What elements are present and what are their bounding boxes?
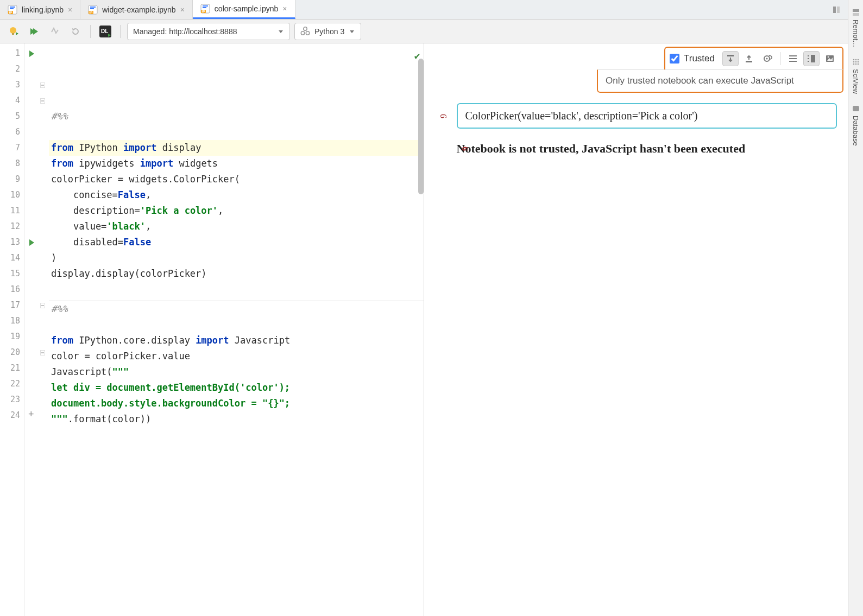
intention-bulb-icon[interactable] bbox=[5, 24, 22, 39]
svg-rect-15 bbox=[833, 7, 836, 13]
run-cell-above-icon[interactable] bbox=[741, 51, 757, 66]
run-cell-icon[interactable] bbox=[29, 50, 34, 57]
code-line[interactable]: document.body.style.backgroundColor = "{… bbox=[49, 396, 424, 411]
code-line[interactable] bbox=[49, 474, 424, 490]
gutter-mark bbox=[25, 376, 49, 392]
tab-widget-example[interactable]: IP widget-example.ipynb × bbox=[80, 0, 193, 19]
run-cell-icon[interactable] bbox=[29, 239, 34, 246]
svg-rect-48 bbox=[811, 55, 815, 62]
code-line[interactable]: description='Pick a color', bbox=[49, 203, 424, 219]
fold-icon[interactable] bbox=[40, 82, 45, 87]
gutter-line: 12 bbox=[0, 219, 24, 234]
view-image-icon[interactable] bbox=[822, 51, 838, 66]
code-line[interactable]: colorPicker = widgets.ColorPicker( bbox=[49, 172, 424, 187]
kernel-dropdown-label: Python 3 bbox=[314, 27, 344, 36]
editor-tabs: IP linking.ipynb × IP widget-example.ipy… bbox=[0, 0, 848, 20]
code-line[interactable]: #%% bbox=[49, 109, 424, 124]
gutter-mark bbox=[25, 329, 49, 345]
tab-linking[interactable]: IP linking.ipynb × bbox=[0, 0, 80, 19]
toolwindow-remote[interactable]: Remot… bbox=[851, 4, 861, 52]
svg-point-61 bbox=[853, 61, 854, 63]
gutter-line: 22 bbox=[0, 376, 24, 392]
code-line[interactable]: disabled=False bbox=[49, 234, 424, 250]
refresh-preview-icon[interactable] bbox=[759, 51, 776, 66]
code-line[interactable] bbox=[49, 459, 424, 474]
code-line[interactable]: color = colorPicker.value bbox=[49, 348, 424, 364]
svg-point-60 bbox=[853, 59, 854, 61]
code-line[interactable]: let div = document.getElementById('color… bbox=[49, 380, 424, 396]
notebook-toolbar: DL Managed: http://localhost:8888 Python… bbox=[0, 20, 848, 43]
code-line[interactable] bbox=[49, 443, 424, 459]
gutter-line: 8 bbox=[0, 156, 24, 172]
svg-rect-4 bbox=[10, 8, 14, 9]
gutter-mark bbox=[25, 250, 49, 266]
gutter-line: 20 bbox=[0, 345, 24, 360]
code-line[interactable] bbox=[49, 427, 424, 443]
svg-rect-8 bbox=[90, 7, 96, 8]
gutter-mark bbox=[25, 140, 49, 156]
server-dropdown[interactable]: Managed: http://localhost:8888 bbox=[127, 23, 290, 40]
trust-warning: 9 Notebook is not trusted, JavaScript ha… bbox=[457, 142, 837, 156]
svg-point-58 bbox=[855, 61, 856, 63]
trusted-checkbox[interactable] bbox=[670, 54, 679, 63]
code-line[interactable]: from IPython.core.display import Javascr… bbox=[49, 333, 424, 348]
svg-text:DL: DL bbox=[101, 28, 108, 34]
code-line[interactable]: """.format(color)) bbox=[49, 411, 424, 427]
svg-rect-32 bbox=[41, 100, 44, 101]
editor-code-area[interactable]: ✔ #%%from IPython import displayfrom ipy… bbox=[49, 43, 424, 616]
toolwindow-sciview[interactable]: SciView bbox=[851, 54, 861, 98]
code-line[interactable] bbox=[49, 282, 424, 297]
code-line[interactable]: display.display(colorPicker) bbox=[49, 266, 424, 282]
svg-text:IP: IP bbox=[201, 10, 205, 13]
code-line[interactable]: concise=False, bbox=[49, 187, 424, 203]
datalore-icon[interactable]: DL bbox=[97, 24, 114, 39]
gutter-mark[interactable] bbox=[25, 46, 49, 61]
code-line[interactable]: value='black', bbox=[49, 219, 424, 234]
view-lines-icon[interactable] bbox=[785, 51, 801, 66]
run-all-button[interactable] bbox=[26, 24, 42, 39]
gutter-line: 19 bbox=[0, 329, 24, 345]
svg-rect-45 bbox=[808, 55, 809, 56]
fold-icon[interactable] bbox=[40, 303, 45, 308]
close-icon[interactable]: × bbox=[68, 5, 72, 14]
tab-color-sample[interactable]: IP color-sample.ipynb × bbox=[193, 0, 295, 19]
tab-options-icon[interactable] bbox=[828, 2, 845, 17]
interrupt-button[interactable] bbox=[47, 24, 63, 39]
restart-button[interactable] bbox=[67, 24, 84, 39]
editor-gutter: 123456789101112131415161718192021222324 bbox=[0, 43, 25, 616]
gutter-mark[interactable]: + bbox=[25, 408, 49, 423]
gutter-line: 16 bbox=[0, 282, 24, 297]
output-marker: 9 bbox=[439, 114, 449, 118]
code-line[interactable]: ) bbox=[49, 250, 424, 266]
close-icon[interactable]: × bbox=[180, 5, 185, 14]
editor-fold-column: + bbox=[25, 43, 49, 616]
code-line[interactable]: from IPython import display bbox=[49, 140, 424, 156]
code-editor[interactable]: 123456789101112131415161718192021222324 … bbox=[0, 43, 424, 616]
svg-marker-28 bbox=[350, 30, 354, 33]
svg-text:IP: IP bbox=[9, 11, 12, 14]
toolwindow-database[interactable]: Database bbox=[851, 100, 861, 150]
code-line[interactable] bbox=[49, 124, 424, 140]
svg-marker-24 bbox=[279, 30, 283, 33]
add-cell-icon[interactable]: + bbox=[28, 409, 34, 420]
kernel-dropdown[interactable]: Python 3 bbox=[294, 23, 361, 40]
gutter-line: 10 bbox=[0, 187, 24, 203]
scrollbar-thumb[interactable] bbox=[418, 59, 424, 194]
view-split-icon[interactable] bbox=[803, 51, 820, 66]
tab-label: widget-example.ipynb bbox=[102, 5, 175, 14]
close-icon[interactable]: × bbox=[282, 4, 287, 13]
svg-point-54 bbox=[857, 59, 859, 61]
gutter-mark[interactable] bbox=[25, 234, 49, 250]
fold-icon[interactable] bbox=[40, 98, 45, 103]
run-cell-below-icon[interactable] bbox=[722, 51, 739, 66]
fold-icon[interactable] bbox=[40, 350, 45, 355]
code-line[interactable] bbox=[49, 317, 424, 333]
svg-point-62 bbox=[853, 63, 854, 65]
code-line[interactable]: from ipywidgets import widgets bbox=[49, 156, 424, 172]
gutter-mark bbox=[25, 219, 49, 234]
code-line[interactable]: #%% bbox=[49, 301, 424, 317]
notebook-file-icon: IP bbox=[88, 5, 98, 15]
notebook-file-icon: IP bbox=[8, 5, 17, 15]
code-line[interactable]: Javascript(""" bbox=[49, 364, 424, 380]
svg-rect-38 bbox=[746, 61, 752, 62]
